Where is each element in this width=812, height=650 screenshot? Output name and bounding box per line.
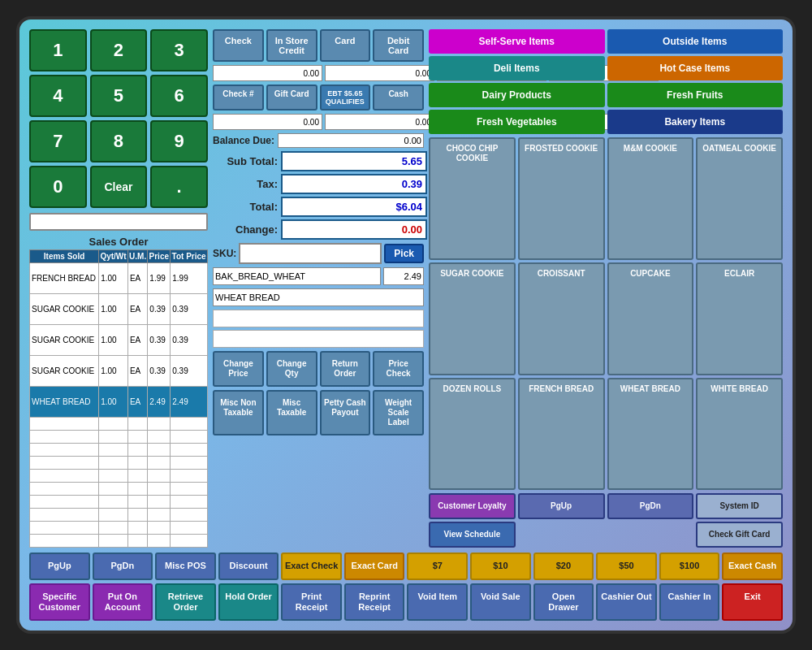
bakery-item-white-bread[interactable]: WHITE BREAD [696, 378, 783, 491]
right-action-customer-loyalty[interactable]: Customer Loyalty [429, 493, 516, 519]
mid-action2-weight-scale-label[interactable]: Weight Scale Label [373, 390, 424, 436]
bottom2-btn-print-receipt[interactable]: Print Receipt [281, 583, 342, 621]
numpad-3-button[interactable]: 3 [150, 29, 208, 72]
bottom-btn--7[interactable]: $7 [407, 552, 468, 579]
bottom-btn-misc-pos[interactable]: Misc POS [155, 552, 216, 579]
numpad-0-button[interactable]: 0 [29, 166, 87, 208]
right-action-pgup[interactable]: PgUp [518, 493, 605, 519]
payment-btn-in-store-credit[interactable]: In Store Credit [266, 29, 317, 62]
bakery-item-wheat-bread[interactable]: WHEAT BREAD [607, 378, 694, 491]
bottom-btn--20[interactable]: $20 [533, 552, 594, 579]
bottom2-btn-specific-customer[interactable]: Specific Customer [29, 583, 90, 621]
pay-amounts [213, 65, 424, 81]
bottom2-btn-cashier-in[interactable]: Cashier In [659, 583, 720, 621]
numpad-.-button[interactable]: . [150, 166, 208, 208]
mid-action2-misc-taxable[interactable]: Misc Taxable [266, 390, 317, 436]
bottom2-btn-exit[interactable]: Exit [722, 583, 783, 621]
pick-button[interactable]: Pick [384, 244, 424, 263]
cat-btn-hot-case-items[interactable]: Hot Case Items [607, 56, 784, 80]
numpad-5-button[interactable]: 5 [90, 75, 148, 117]
payment-btn-debit-card[interactable]: Debit Card [373, 29, 424, 62]
ebt-btn-1[interactable]: Gift Card [266, 84, 317, 110]
table-row-empty [30, 418, 208, 431]
empty-input-1 [213, 310, 424, 327]
cat-btn-bakery-items[interactable]: Bakery Items [607, 110, 784, 134]
table-row[interactable]: SUGAR COOKIE1.00EA0.390.39 [30, 325, 208, 356]
bottom2-btn-void-sale[interactable]: Void Sale [470, 583, 531, 621]
table-row[interactable]: FRENCH BREAD1.00EA1.991.99 [30, 263, 208, 294]
clear-button[interactable]: Clear [90, 166, 148, 208]
cat-btn-fresh-vegetables[interactable]: Fresh Vegetables [429, 110, 605, 134]
bakery-item-oatmeal-cookie[interactable]: OATMEAL COOKIE [696, 137, 783, 260]
category-row-3: Fresh VegetablesBakery Items [429, 110, 783, 134]
bottom2-btn-cashier-out[interactable]: Cashier Out [596, 583, 657, 621]
right-action2-3[interactable]: Check Gift Card [696, 522, 783, 548]
item-code-input[interactable] [213, 267, 381, 285]
bottom-btn-exact-check[interactable]: Exact Check [281, 552, 342, 579]
bottom-btn-pgup[interactable]: PgUp [29, 552, 90, 579]
sku-input[interactable] [239, 243, 382, 264]
table-cell-empty [171, 418, 208, 431]
bottom-btn-discount[interactable]: Discount [218, 552, 279, 579]
payment-btn-card[interactable]: Card [320, 29, 371, 62]
right-action-system-id[interactable]: System ID [696, 493, 783, 519]
bottom2-btn-hold-order[interactable]: Hold Order [218, 583, 279, 621]
bottom2-btn-reprint-receipt[interactable]: Reprint Receipt [344, 583, 405, 621]
table-row[interactable]: SUGAR COOKIE1.00EA0.390.39 [30, 294, 208, 325]
subtotal-label: Sub Total: [213, 155, 278, 167]
bakery-item-sugar-cookie[interactable]: SUGAR COOKIE [429, 262, 516, 375]
bottom-btn-pgdn[interactable]: PgDn [93, 552, 153, 579]
bakery-item-m&m-cookie[interactable]: M&M COOKIE [607, 137, 694, 260]
bakery-item-french-bread[interactable]: FRENCH BREAD [518, 378, 605, 491]
payment-btn-check[interactable]: Check [213, 29, 264, 62]
bakery-item-dozen-rolls[interactable]: DOZEN ROLLS [429, 378, 516, 491]
mid-action-return-order[interactable]: Return Order [320, 351, 371, 387]
cat-btn-self-serve-items[interactable]: Self-Serve Items [429, 29, 605, 54]
mid-action-change-price[interactable]: Change Price [213, 351, 264, 387]
sales-col-header: Items Sold [30, 250, 99, 263]
ebt-btn-3[interactable]: Cash [373, 84, 424, 110]
numpad-4-button[interactable]: 4 [29, 75, 87, 117]
bottom2-btn-void-item[interactable]: Void Item [407, 583, 468, 621]
table-row-empty [30, 483, 208, 496]
right-action2-0[interactable]: View Schedule [429, 522, 516, 548]
numpad-7-button[interactable]: 7 [29, 120, 87, 162]
mid-action-change-qty[interactable]: Change Qty [266, 351, 317, 387]
cat-btn-fresh-fruits[interactable]: Fresh Fruits [607, 83, 784, 107]
numpad-6-button[interactable]: 6 [150, 75, 208, 117]
numpad-9-button[interactable]: 9 [150, 120, 208, 162]
numpad-1-button[interactable]: 1 [29, 29, 87, 72]
balance-due-input[interactable] [278, 133, 424, 148]
bakery-item-frosted-cookie[interactable]: FROSTED COOKIE [518, 137, 605, 260]
numpad-8-button[interactable]: 8 [90, 120, 148, 162]
ebt-btn-2[interactable]: EBT $5.65 QUALIFIES [320, 84, 371, 110]
table-cell-empty [148, 457, 171, 470]
bakery-item-choco-chip-cookie[interactable]: CHOCO CHIP COOKIE [429, 137, 516, 260]
bottom2-btn-put-on-account[interactable]: Put On Account [93, 583, 153, 621]
bottom2-btn-open-drawer[interactable]: Open Drawer [533, 583, 594, 621]
mid-action2-misc-non-taxable[interactable]: Misc Non Taxable [213, 390, 264, 436]
bottom-btn--50[interactable]: $50 [596, 552, 657, 579]
bottom2-btn-retrieve-order[interactable]: Retrieve Order [155, 583, 216, 621]
ebt-btn-0[interactable]: Check # [213, 84, 264, 110]
cat-btn-dairy-products[interactable]: Dairy Products [429, 83, 605, 107]
bottom-btn-exact-card[interactable]: Exact Card [344, 552, 405, 579]
numpad: 1234567890Clear. [29, 29, 208, 208]
mid-action2-petty-cash-payout[interactable]: Petty Cash Payout [320, 390, 371, 436]
bakery-item-croissant[interactable]: CROISSANT [518, 262, 605, 375]
sales-order-section: Sales Order Items SoldQyt/WtU.M.PriceTot… [29, 236, 208, 548]
numpad-2-button[interactable]: 2 [90, 29, 148, 72]
bakery-item-eclair[interactable]: ECLAIR [696, 262, 783, 375]
subtotal-row: Sub Total: [213, 151, 424, 171]
bottom-btn-exact-cash[interactable]: Exact Cash [722, 552, 783, 579]
table-row[interactable]: SUGAR COOKIE1.00EA0.390.39 [30, 356, 208, 387]
cat-btn-outside-items[interactable]: Outside Items [607, 29, 784, 54]
bottom-btn--10[interactable]: $10 [470, 552, 531, 579]
table-row[interactable]: WHEAT BREAD1.00EA2.492.49 [30, 387, 208, 418]
cat-btn-deli-items[interactable]: Deli Items [429, 56, 605, 80]
bottom-btn--100[interactable]: $100 [659, 552, 720, 579]
right-action-pgdn[interactable]: PgDn [607, 493, 694, 519]
bakery-item-cupcake[interactable]: CUPCAKE [607, 262, 694, 375]
ebt-amount-1 [325, 114, 434, 130]
mid-action-price-check[interactable]: Price Check [373, 351, 424, 387]
